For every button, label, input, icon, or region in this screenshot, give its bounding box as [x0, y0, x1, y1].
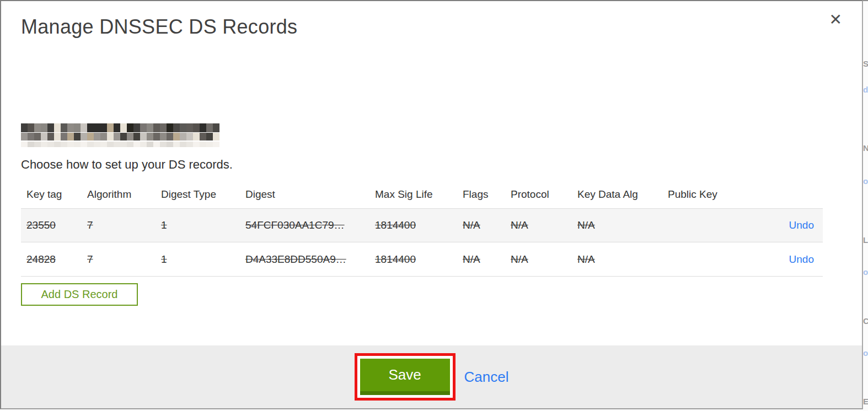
column-header-flags: Flags	[463, 188, 511, 201]
redaction-pixel	[160, 142, 167, 147]
column-header-max-sig-life: Max Sig Life	[375, 188, 463, 201]
screen: Manage DNSSEC DS Records ✕ Choose how to…	[0, 0, 868, 411]
cell-algorithm: 7	[87, 253, 161, 266]
redaction-pixel	[41, 123, 47, 132]
redaction-pixel	[81, 142, 87, 147]
undo-link[interactable]: Undo	[789, 253, 814, 265]
redaction-pixel	[94, 123, 100, 132]
cell-protocol: N/A	[511, 219, 577, 231]
redaction-pixel	[81, 123, 87, 132]
redaction-pixel	[133, 123, 140, 132]
redaction-pixel	[206, 133, 213, 140]
add-ds-record-button[interactable]: Add DS Record	[21, 283, 138, 306]
redaction-pixel	[54, 123, 61, 132]
background-text-fragment: N	[863, 143, 868, 153]
redaction-pixel	[133, 142, 140, 147]
column-header-key-tag: Key tag	[21, 188, 87, 201]
redaction-pixel	[47, 123, 54, 132]
cell-digest: D4A33E8DD550A9…	[245, 253, 375, 266]
redaction-pixel	[74, 133, 81, 140]
ds-records-table: Key tagAlgorithmDigest TypeDigestMax Sig…	[21, 181, 823, 277]
redaction-pixel	[200, 133, 206, 140]
redaction-pixel	[153, 123, 160, 132]
redaction-pixel	[28, 142, 34, 147]
cell-algorithm: 7	[87, 219, 161, 231]
redaction-pixel	[87, 133, 94, 140]
cell-action: Undo	[781, 253, 823, 266]
column-header-protocol: Protocol	[511, 188, 577, 201]
redaction-pixel	[140, 142, 147, 147]
column-header-key-data-alg: Key Data Alg	[577, 188, 668, 201]
redaction-pixel	[114, 142, 120, 147]
redaction-pixel	[54, 133, 61, 140]
redaction-pixel	[34, 142, 41, 147]
background-text-fragment: C	[863, 316, 868, 326]
redaction-pixel	[140, 123, 147, 132]
cell-digest: 54FCF030AA1C79…	[245, 219, 375, 231]
table-row: 2482871D4A33E8DD550A9…1814400N/AN/AN/AUn…	[21, 242, 823, 277]
redaction-pixel	[173, 142, 180, 147]
redaction-pixel	[120, 133, 127, 140]
redaction-pixel	[140, 133, 147, 140]
redaction-pixel	[41, 142, 47, 147]
redaction-pixel	[61, 123, 67, 132]
redaction-pixel	[94, 142, 100, 147]
close-icon[interactable]: ✕	[829, 12, 842, 28]
redaction-pixel	[167, 142, 173, 147]
table-row: 235507154FCF030AA1C79…1814400N/AN/AN/AUn…	[21, 208, 823, 242]
redaction-pixel	[107, 133, 114, 140]
redaction-pixel	[87, 123, 94, 132]
redaction-pixel	[74, 123, 81, 132]
redaction-pixel	[100, 133, 107, 140]
redaction-pixel	[100, 123, 107, 132]
redaction-pixel	[193, 133, 200, 140]
redaction-pixel	[193, 123, 200, 132]
redaction-pixel	[147, 142, 153, 147]
redaction-pixel	[213, 123, 219, 132]
redaction-pixel	[114, 133, 120, 140]
background-text-fragment: L	[863, 235, 868, 245]
background-text-fragment: o	[863, 176, 868, 186]
redaction-pixel	[120, 142, 127, 147]
redaction-pixel	[200, 123, 206, 132]
redaction-pixel	[47, 142, 54, 147]
redaction-pixel	[173, 133, 180, 140]
save-button[interactable]: Save	[360, 359, 450, 395]
redaction-pixel	[127, 123, 133, 132]
redaction-pixel	[114, 123, 120, 132]
redaction-pixel	[34, 133, 41, 140]
cell-max-sig-life: 1814400	[375, 219, 463, 231]
redaction-pixel	[193, 142, 200, 147]
table-header-row: Key tagAlgorithmDigest TypeDigestMax Sig…	[21, 181, 823, 208]
redaction-pixel	[160, 133, 167, 140]
redaction-pixel	[47, 133, 54, 140]
background-page-sliver: SdNoLoCoE	[863, 0, 868, 411]
background-text-fragment: S	[863, 59, 868, 68]
redaction-pixel	[186, 123, 193, 132]
redaction-pixel	[153, 142, 160, 147]
background-text-fragment: d	[863, 85, 868, 94]
cell-key-tag: 23550	[21, 219, 87, 231]
redaction-pixel	[186, 133, 193, 140]
redaction-pixel	[67, 123, 74, 132]
redaction-pixel	[160, 123, 167, 132]
redaction-pixel	[133, 133, 140, 140]
cancel-link[interactable]: Cancel	[464, 369, 509, 386]
redaction-pixel	[94, 133, 100, 140]
redaction-pixel	[54, 142, 61, 147]
redaction-pixel	[127, 133, 133, 140]
cell-key-data-alg: N/A	[577, 253, 668, 266]
column-header-digest: Digest	[245, 188, 375, 201]
redaction-pixel	[100, 142, 107, 147]
cell-key-tag: 24828	[21, 253, 87, 266]
redaction-pixel	[147, 133, 153, 140]
redaction-pixel	[28, 133, 34, 140]
undo-link[interactable]: Undo	[789, 219, 814, 231]
redaction-pixel	[180, 142, 186, 147]
redaction-pixel	[147, 123, 153, 132]
redaction-pixel	[213, 133, 219, 140]
background-text-fragment: o	[863, 348, 868, 358]
redaction-pixel	[180, 133, 186, 140]
redaction-pixel	[21, 123, 28, 132]
modal-footer: Save Cancel	[1, 345, 862, 408]
